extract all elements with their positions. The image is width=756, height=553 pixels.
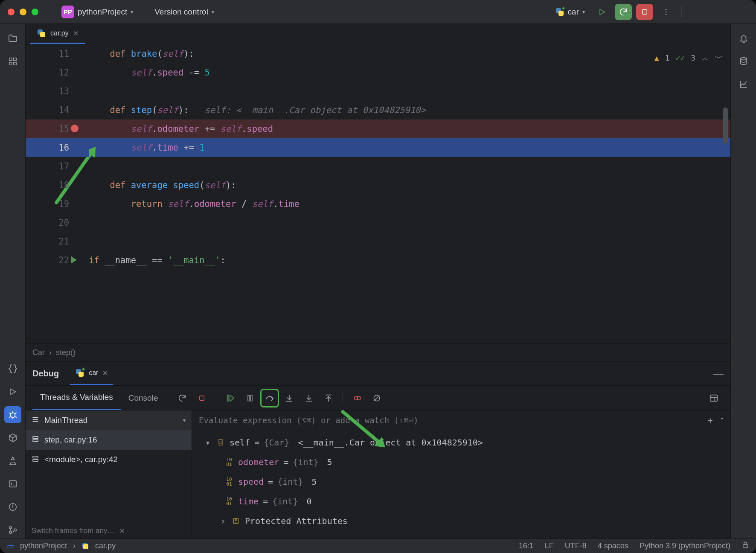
svg-point-21 [721,32,723,34]
database-tool-icon[interactable] [735,53,752,70]
close-window-icon[interactable] [8,9,15,15]
close-hint-icon[interactable]: ✕ [119,527,125,536]
vcs-tool-icon[interactable] [4,521,21,538]
breadcrumb-fn: step() [56,348,76,357]
editor-tab-label: car.py [50,29,69,37]
editor-tabs: car.py ✕ [26,24,730,44]
evaluate-expression-input[interactable]: Evaluate expression (⌥⌘) or add a watch … [192,410,730,430]
vcs-menu-label: Version control [154,7,208,17]
stop-button[interactable] [636,4,653,20]
editor-tabs-more[interactable] [718,29,726,39]
expand-icon[interactable]: › [219,511,227,531]
next-highlight-icon[interactable]: ﹀ [715,49,723,67]
code-with-me-icon[interactable] [689,4,706,20]
caret-position[interactable]: 16:1 [519,541,534,550]
rerun-icon[interactable] [174,390,191,407]
project-tool-icon[interactable] [4,30,21,47]
var-repr: <__main__.Car object at 0x104825910> [298,433,483,452]
chevron-down-icon: ▾ [582,9,585,15]
warning-count: 1 [665,49,670,67]
svg-point-1 [666,9,667,10]
var-type: {Car} [264,433,289,452]
debug-tool-icon[interactable] [4,406,21,423]
inspection-widget[interactable]: ▲ 1 ✓✓ 3 ︿ ﹀ [654,49,723,67]
svg-point-6 [739,11,741,13]
search-icon[interactable] [710,4,727,20]
svg-rect-40 [33,459,38,461]
svg-rect-28 [248,395,249,401]
stack-frame[interactable]: step, car.py:16 [26,430,192,450]
step-over-icon[interactable] [261,390,278,407]
minimize-window-icon[interactable] [20,9,26,15]
status-project[interactable]: pythonProject [20,541,67,550]
chevron-down-icon[interactable]: ▾ [721,416,724,425]
more-tools-icon[interactable] [4,76,21,93]
services-tool-icon[interactable] [4,452,21,469]
status-module-icon: ▭ [7,541,14,551]
svg-rect-7 [9,58,12,61]
run-config-selector[interactable]: car ▾ [552,6,589,18]
project-selector[interactable]: PP pythonProject ▾ [58,4,137,20]
step-into-icon[interactable] [281,390,298,407]
step-out-icon[interactable] [320,390,337,407]
minimize-debug-icon[interactable]: — [713,368,724,380]
sciview-tool-icon[interactable] [735,76,752,93]
object-icon: ⌸ [216,433,225,452]
int-icon: 1001 [224,477,234,486]
rerun-debug-button[interactable] [615,4,632,20]
svg-rect-37 [33,437,38,439]
variables-tree[interactable]: ▾⌸self = {Car} <__main__.Car object at 0… [192,430,730,533]
layout-settings-icon[interactable] [705,390,722,407]
structure-tool-icon[interactable] [4,53,21,70]
console-tab[interactable]: Console [121,386,166,410]
project-badge-icon: PP [61,6,74,18]
problems-tool-icon[interactable] [4,498,21,515]
debug-more-icon[interactable] [388,390,405,407]
view-breakpoints-icon[interactable] [349,390,366,407]
stop-icon[interactable] [193,390,210,407]
resume-icon[interactable] [222,390,239,407]
more-run-actions[interactable] [657,4,675,20]
add-watch-icon[interactable]: + [708,416,712,425]
lock-icon[interactable] [741,541,749,551]
mute-breakpoints-icon[interactable] [368,390,385,407]
svg-rect-26 [200,396,204,400]
debug-title: Debug [32,369,59,378]
key-icon: ⚿ [231,511,241,531]
threads-variables-tab[interactable]: Threads & Variables [32,386,121,410]
step-into-my-code-icon[interactable] [300,390,317,407]
debug-session-tab[interactable]: car ✕ [70,362,113,385]
terminal-tool-icon[interactable] [4,475,21,492]
editor-tab-car[interactable]: car.py ✕ [30,24,85,44]
line-separator[interactable]: LF [545,541,554,550]
zoom-window-icon[interactable] [32,9,38,15]
project-name: pythonProject [78,7,127,17]
vcs-menu[interactable]: Version control ▾ [151,6,218,18]
close-tab-icon[interactable]: ✕ [73,29,79,38]
stack-frame[interactable]: <module>, car.py:42 [26,450,192,469]
editor-breadcrumb[interactable]: Car › step() [26,343,730,361]
var-value: 5 [311,472,317,492]
prev-highlight-icon[interactable]: ︿ [701,49,709,67]
svg-point-11 [9,84,11,85]
run-tool-icon[interactable] [4,383,21,400]
file-encoding[interactable]: UTF-8 [565,541,587,550]
svg-point-33 [396,395,397,396]
debug-options-icon[interactable] [695,368,704,380]
collapse-icon[interactable]: ▾ [204,433,212,452]
close-session-icon[interactable]: ✕ [102,369,108,377]
notifications-icon[interactable] [735,30,752,47]
code-editor[interactable]: ▲ 1 ✓✓ 3 ︿ ﹀ 11 def brake(self):12 self.… [26,44,730,343]
python-console-tool-icon[interactable] [4,360,21,377]
indent-setting[interactable]: 4 spaces [598,541,628,550]
settings-gear-icon[interactable] [731,4,748,20]
status-file[interactable]: car.py [95,541,116,550]
python-packages-tool-icon[interactable] [4,429,21,446]
run-button[interactable] [593,4,611,20]
svg-point-2 [666,11,667,12]
interpreter[interactable]: Python 3.9 (pythonProject) [640,541,730,550]
svg-rect-29 [251,395,252,401]
thread-selector[interactable]: MainThread ▾ [26,410,192,430]
pause-icon[interactable] [241,390,259,407]
editor-scrollbar[interactable] [723,108,728,144]
